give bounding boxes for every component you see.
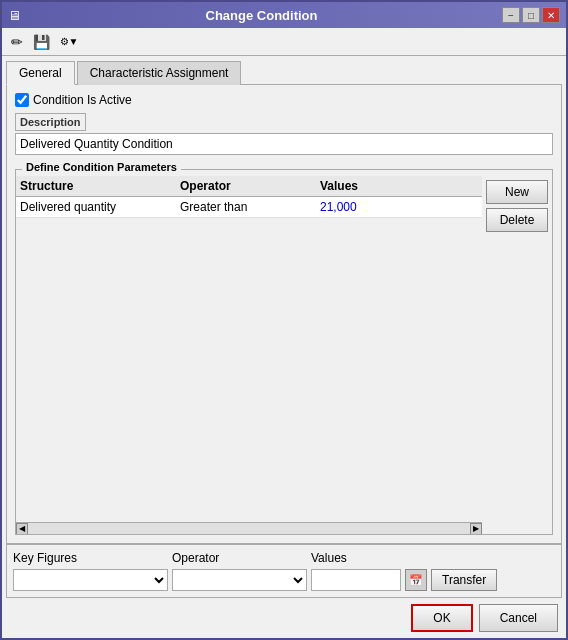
transfer-button[interactable]: Transfer [431, 569, 497, 591]
description-section: Description [15, 113, 553, 155]
minimize-button[interactable]: − [502, 7, 520, 23]
table-header: Structure Operator Values [16, 176, 482, 197]
description-input[interactable] [15, 133, 553, 155]
dropdown-icon[interactable]: ⚙▼ [54, 31, 84, 53]
condition-active-row: Condition Is Active [15, 93, 553, 107]
calendar-icon[interactable]: 📅 [405, 569, 427, 591]
close-button[interactable]: ✕ [542, 7, 560, 23]
table-row[interactable]: Delivered quantity Greater than 21,000 [16, 197, 482, 218]
operator-form-label: Operator [172, 551, 307, 565]
values-form-label: Values [311, 551, 347, 565]
delete-button[interactable]: Delete [486, 208, 548, 232]
cell-structure: Delivered quantity [20, 200, 180, 214]
operator-select[interactable] [172, 569, 307, 591]
horizontal-scrollbar[interactable]: ◀ ▶ [16, 522, 482, 534]
define-condition-section: Define Condition Parameters Structure Op… [15, 161, 553, 535]
scroll-right-arrow[interactable]: ▶ [470, 523, 482, 535]
title-controls: − □ ✕ [502, 7, 560, 23]
params-inner: Structure Operator Values Delivered quan… [16, 176, 552, 534]
description-section-label: Description [15, 113, 86, 131]
condition-active-label: Condition Is Active [33, 93, 132, 107]
footer: OK Cancel [2, 598, 566, 638]
cell-operator: Greater than [180, 200, 320, 214]
cell-values: 21,000 [320, 200, 440, 214]
table-body: Delivered quantity Greater than 21,000 [16, 197, 482, 522]
params-title: Define Condition Parameters [22, 161, 181, 173]
ok-button[interactable]: OK [411, 604, 472, 632]
col-structure: Structure [20, 179, 180, 193]
values-input[interactable] [311, 569, 401, 591]
main-window: 🖥 Change Condition − □ ✕ ✏ 💾 ⚙▼ General … [0, 0, 568, 640]
maximize-button[interactable]: □ [522, 7, 540, 23]
key-figures-label: Key Figures [13, 551, 168, 565]
col-values: Values [320, 179, 440, 193]
tabs-row: General Characteristic Assignment [2, 56, 566, 84]
pen-icon[interactable]: ✏ [6, 31, 28, 53]
cancel-button[interactable]: Cancel [479, 604, 558, 632]
content-area: Condition Is Active Description Define C… [6, 84, 562, 544]
bottom-form: Key Figures Operator Values 📅 Transfer [6, 544, 562, 598]
form-controls: 📅 Transfer [13, 569, 555, 591]
condition-active-checkbox[interactable] [15, 93, 29, 107]
tab-characteristic-assignment[interactable]: Characteristic Assignment [77, 61, 242, 85]
table-area: Structure Operator Values Delivered quan… [16, 176, 482, 534]
tab-general[interactable]: General [6, 61, 75, 85]
scroll-track[interactable] [28, 524, 470, 534]
params-wrapper: Define Condition Parameters Structure Op… [15, 169, 553, 535]
window-title: Change Condition [21, 8, 502, 23]
save-icon[interactable]: 💾 [30, 31, 52, 53]
side-buttons: New Delete [482, 176, 552, 534]
scroll-left-arrow[interactable]: ◀ [16, 523, 28, 535]
col-operator: Operator [180, 179, 320, 193]
new-button[interactable]: New [486, 180, 548, 204]
toolbar: ✏ 💾 ⚙▼ [2, 28, 566, 56]
key-figures-select[interactable] [13, 569, 168, 591]
title-bar: 🖥 Change Condition − □ ✕ [2, 2, 566, 28]
app-icon: 🖥 [8, 8, 21, 23]
form-labels-row: Key Figures Operator Values [13, 551, 555, 565]
